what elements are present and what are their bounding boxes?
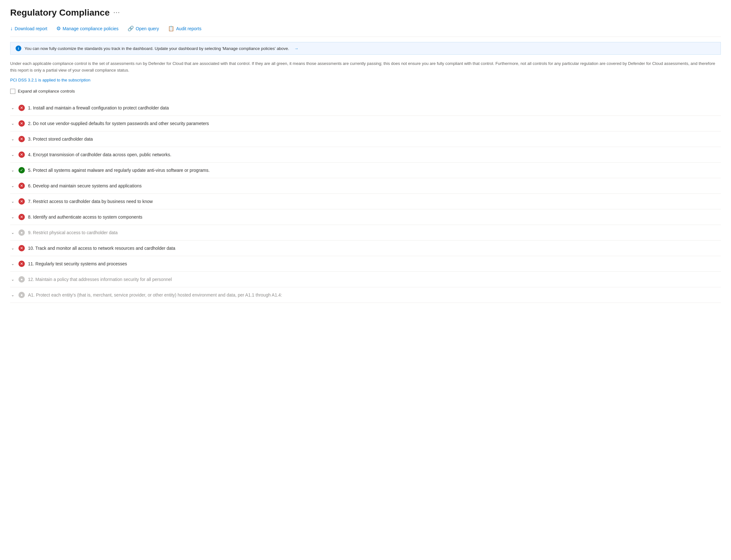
chevron-icon: ⌄ [10,121,15,126]
info-banner: i You can now fully customize the standa… [10,42,721,55]
item-label: 10. Track and monitor all access to netw… [28,246,721,251]
status-icon: ● [18,276,25,283]
title-text: Regulatory Compliance [10,8,110,18]
chevron-icon: ⌄ [10,215,15,219]
compliance-item-13[interactable]: ⌄ ● A1. Protect each entity's (that is, … [10,287,721,303]
status-icon: ✓ [18,167,25,173]
download-report-button[interactable]: ↓ Download report [10,25,47,33]
status-icon: ✕ [18,120,25,127]
toolbar: ↓ Download report ⚙ Manage compliance po… [10,24,721,37]
item-label: 11. Regularly test security systems and … [28,261,721,266]
item-label: 9. Restrict physical access to cardholde… [28,230,721,235]
status-icon: ✕ [18,136,25,142]
chevron-icon: ⌄ [10,199,15,204]
item-label: 4. Encrypt transmission of cardholder da… [28,152,721,157]
chevron-icon: ⌄ [10,168,15,172]
banner-text: You can now fully customize the standard… [25,46,289,51]
status-icon: ✕ [18,261,25,267]
chevron-icon: ⌄ [10,152,15,157]
item-label: 1. Install and maintain a firewall confi… [28,105,721,110]
chevron-icon: ⌄ [10,246,15,250]
download-label: Download report [15,26,47,31]
status-icon: ✕ [18,151,25,158]
query-label: Open query [136,26,159,31]
item-label: 8. Identify and authenticate access to s… [28,214,721,220]
status-icon: ✕ [18,198,25,205]
chevron-icon: ⌄ [10,137,15,141]
status-icon: ✕ [18,183,25,189]
manage-label: Manage compliance policies [63,26,119,31]
chevron-icon: ⌄ [10,106,15,110]
subscription-link[interactable]: PCI DSS 3.2.1 is applied to the subscrip… [10,78,721,82]
open-query-button[interactable]: 🔗 Open query [128,24,159,33]
compliance-item-2[interactable]: ⌄ ✕ 2. Do not use vendor-supplied defaul… [10,116,721,131]
compliance-item-4[interactable]: ⌄ ✕ 4. Encrypt transmission of cardholde… [10,147,721,163]
expand-all-checkbox[interactable] [10,89,15,94]
item-label: A1. Protect each entity's (that is, merc… [28,292,721,297]
status-icon: ✕ [18,245,25,251]
compliance-item-6[interactable]: ⌄ ✕ 6. Develop and maintain secure syste… [10,178,721,194]
item-label: 3. Protect stored cardholder data [28,137,721,142]
item-label: 7. Restrict access to cardholder data by… [28,199,721,204]
compliance-item-1[interactable]: ⌄ ✕ 1. Install and maintain a firewall c… [10,100,721,116]
chevron-icon: ⌄ [10,262,15,266]
status-icon: ✕ [18,214,25,220]
download-icon: ↓ [10,26,13,31]
expand-all-container: Expand all compliance controls [10,89,721,94]
chevron-icon: ⌄ [10,230,15,235]
more-options-icon[interactable]: ··· [114,10,120,16]
description-text: Under each applicable compliance control… [10,60,721,74]
compliance-item-8[interactable]: ⌄ ✕ 8. Identify and authenticate access … [10,209,721,225]
compliance-list: ⌄ ✕ 1. Install and maintain a firewall c… [10,100,721,303]
chevron-icon: ⌄ [10,277,15,282]
page-title: Regulatory Compliance ··· [10,8,721,18]
audit-icon: 📋 [168,25,174,31]
compliance-item-5[interactable]: ⌄ ✓ 5. Protect all systems against malwa… [10,163,721,178]
compliance-item-3[interactable]: ⌄ ✕ 3. Protect stored cardholder data [10,131,721,147]
compliance-item-11[interactable]: ⌄ ✕ 11. Regularly test security systems … [10,256,721,272]
item-label: 6. Develop and maintain secure systems a… [28,183,721,188]
audit-reports-button[interactable]: 📋 Audit reports [168,24,201,33]
chevron-icon: ⌄ [10,184,15,188]
item-label: 12. Maintain a policy that addresses inf… [28,277,721,282]
expand-all-label: Expand all compliance controls [18,89,75,94]
status-icon: ● [18,292,25,298]
manage-icon: ⚙ [56,25,61,31]
status-icon: ● [18,229,25,236]
item-label: 2. Do not use vendor-supplied defaults f… [28,121,721,126]
manage-compliance-button[interactable]: ⚙ Manage compliance policies [56,24,119,33]
compliance-item-7[interactable]: ⌄ ✕ 7. Restrict access to cardholder dat… [10,194,721,209]
chevron-icon: ⌄ [10,293,15,297]
compliance-item-9[interactable]: ⌄ ● 9. Restrict physical access to cardh… [10,225,721,241]
info-icon: i [16,45,21,51]
status-icon: ✕ [18,105,25,111]
item-label: 5. Protect all systems against malware a… [28,168,721,173]
banner-arrow[interactable]: → [294,46,299,51]
compliance-item-12[interactable]: ⌄ ● 12. Maintain a policy that addresses… [10,272,721,287]
compliance-item-10[interactable]: ⌄ ✕ 10. Track and monitor all access to … [10,241,721,256]
query-icon: 🔗 [128,25,134,31]
audit-label: Audit reports [176,26,201,31]
